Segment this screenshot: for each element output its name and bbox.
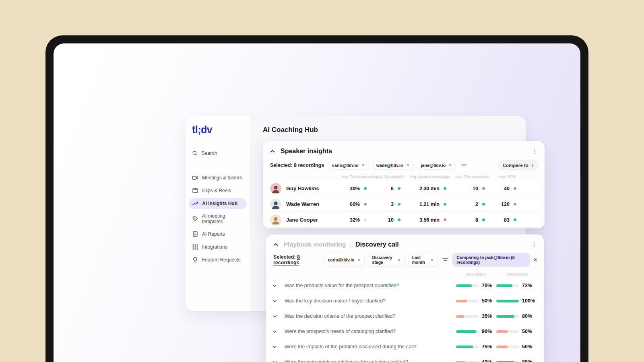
question-row[interactable]: Was the products value for the prospect … <box>268 278 541 293</box>
question-row[interactable]: Was the key decision maker / buyer clari… <box>268 293 541 309</box>
question-text: Were the pain points in relation to the … <box>285 359 456 362</box>
column-label-carlo: Carlo@tldv.io <box>496 272 538 276</box>
filter-chip[interactable]: Last month ✕ <box>408 253 438 267</box>
progress-bar <box>496 300 519 302</box>
sidebar-item-ai-reports[interactable]: AI Reports <box>189 228 246 240</box>
sidebar-item-ai-insights-hub[interactable]: AI Insights Hub <box>189 198 246 209</box>
avatar <box>270 214 281 226</box>
search-label: Search <box>201 150 217 156</box>
filter-chip[interactable]: jane@tldv.io ✕ <box>417 161 456 170</box>
status-dot <box>514 218 516 221</box>
metric-value: 6 <box>391 186 394 191</box>
metric-value: 30% <box>350 186 360 191</box>
chart-line-icon <box>192 200 198 207</box>
metric-value: 2 <box>475 202 478 207</box>
jack-bar-group: 70% <box>456 283 496 288</box>
filter-chip[interactable]: wade@tldv.io ✕ <box>372 161 414 170</box>
question-row[interactable]: Were the pain points in relation to the … <box>268 354 541 362</box>
close-icon[interactable]: ✕ <box>361 163 365 167</box>
sidebar-item-ai-meeting-templates[interactable]: AI meeting templates <box>189 211 246 227</box>
chevron-down-icon[interactable] <box>272 300 285 302</box>
playbook-header: Playbook monitoring | Discovery call ⋮ <box>266 234 544 248</box>
metric-value: 40 <box>504 186 510 191</box>
status-dot <box>444 218 446 221</box>
speaker-row[interactable]: Wade Warren 60%31.21 min2120 <box>267 197 541 212</box>
video-camera-icon <box>192 175 198 181</box>
carlo-bar-group: 80% <box>496 359 538 362</box>
chevron-down-icon[interactable] <box>272 284 285 287</box>
column-label-jack: Jack@tldv.io <box>456 272 496 276</box>
percent-value: 80% <box>522 359 535 362</box>
speaker-row[interactable]: Guy Hawkins 30%62.30 min1040 <box>267 181 541 196</box>
close-icon[interactable]: ✕ <box>406 163 409 167</box>
percent-value: 80% <box>522 313 535 319</box>
metric-value: 83 <box>504 217 510 223</box>
question-row[interactable]: Were the impacts of the problem discusse… <box>268 339 541 354</box>
search-icon <box>192 150 198 156</box>
jack-bar-group: 90% <box>456 329 496 334</box>
sidebar-item-feature-requests[interactable]: Feature Requests <box>189 254 246 265</box>
chevron-down-icon[interactable] <box>272 315 285 318</box>
filter-chip[interactable]: Discovery stage ✕ <box>368 253 405 267</box>
compare-to-button[interactable]: Compare to › <box>498 160 538 171</box>
column-header: Avg. Talk time/meeting <box>342 175 373 179</box>
carlo-bar-group: 80% <box>496 313 538 319</box>
percent-value: 90% <box>482 329 495 334</box>
search-button[interactable]: Search <box>192 150 217 156</box>
jack-bar-group: 40% <box>456 359 496 362</box>
metric-value: 32% <box>350 217 360 223</box>
clapperboard-icon <box>192 187 198 194</box>
kebab-menu-icon[interactable]: ⋮ <box>531 243 537 246</box>
laptop-frame: tl;dv Search Meetings & folders Clips & … <box>45 35 588 362</box>
metric-value: 120 <box>501 202 510 207</box>
filter-icon[interactable] <box>461 163 467 168</box>
progress-bar <box>496 315 519 318</box>
grid-dots-icon <box>192 244 198 250</box>
close-icon[interactable]: ✕ <box>533 257 537 263</box>
sidebar-item-integrations[interactable]: Integrations <box>189 241 246 253</box>
chevron-up-icon[interactable] <box>273 243 278 246</box>
chevron-down-icon[interactable] <box>272 361 285 362</box>
chevron-down-icon[interactable] <box>272 330 285 333</box>
selected-recordings-link[interactable]: 8 recordings <box>294 162 324 168</box>
metric-cell: 10 <box>373 217 407 223</box>
filter-chip[interactable]: carlo@tldv.io ✕ <box>328 161 369 170</box>
playbook-filter-row: Selected: 8 recordings carlo@tldv.io ✕ D… <box>266 248 544 267</box>
carlo-bar-group: 50% <box>496 344 538 350</box>
sidebar-item-clips-reels[interactable]: Clips & Reels <box>189 185 246 196</box>
carlo-bar-group: 100% <box>496 298 538 304</box>
question-row[interactable]: Were the prospect's needs of cataloging … <box>268 324 541 339</box>
metric-value: 3.56 min <box>419 217 440 223</box>
column-header: Avg. Longest monologue <box>407 175 453 179</box>
percent-value: 50% <box>522 344 535 350</box>
close-icon[interactable]: ✕ <box>397 258 401 262</box>
status-dot <box>364 218 367 221</box>
question-text: Were the impacts of the problem discusse… <box>285 344 456 350</box>
status-dot <box>514 203 516 206</box>
column-header: Avg. WPM <box>491 175 523 179</box>
speaker-row[interactable]: Jane Cooper 32%103.56 min883 <box>267 212 541 227</box>
question-row[interactable]: Was the decision criteria of the prospec… <box>268 309 541 324</box>
comparing-chip[interactable]: Comparing to jack@tldv.io (8 recordings) <box>452 253 530 267</box>
close-icon[interactable]: ✕ <box>430 258 433 262</box>
percent-value: 40% <box>482 359 495 362</box>
jack-bar-group: 75% <box>456 344 496 350</box>
metric-value: 10 <box>473 186 478 191</box>
jack-bar-group: 50% <box>456 298 496 304</box>
filter-icon[interactable] <box>442 257 448 262</box>
chevron-down-icon[interactable] <box>272 346 285 348</box>
metric-value: 60% <box>350 202 360 207</box>
percent-value: 75% <box>482 344 495 350</box>
progress-bar <box>456 300 479 302</box>
sidebar-item-meetings-folders[interactable]: Meetings & folders <box>189 172 246 183</box>
close-icon[interactable]: ✕ <box>448 163 452 167</box>
close-icon[interactable]: ✕ <box>357 258 361 262</box>
filter-chip[interactable]: carlo@tldv.io ✕ <box>324 253 365 267</box>
progress-bar <box>496 346 519 348</box>
chevron-up-icon[interactable] <box>270 150 275 153</box>
metric-value: 8 <box>475 217 478 223</box>
avatar <box>270 183 281 194</box>
progress-bar <box>496 284 519 287</box>
speaker-chips: carlo@tldv.io ✕ wade@tldv.io ✕ jane@tldv… <box>328 161 456 170</box>
kebab-menu-icon[interactable]: ⋮ <box>532 150 538 153</box>
